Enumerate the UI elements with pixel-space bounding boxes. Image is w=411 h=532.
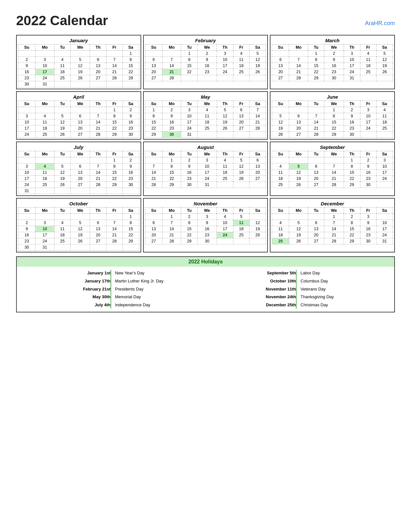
calendar-day: 15 [106,170,122,176]
calendar-day: 22 [145,125,162,132]
calendar-day: 6 [145,57,162,63]
calendar-day: 17 [35,232,54,238]
calendar-day: 2 [360,157,376,163]
calendar-day: 28 [289,75,308,81]
calendar-day: 3 [18,163,35,170]
calendar-day: 2 [181,214,197,220]
calendar-day: 23 [122,176,139,182]
calendar-table: SuMoTuWeThFrSa12345678910111213141516171… [145,207,266,244]
calendar-day: 22 [324,125,344,132]
calendar-day [217,182,233,188]
holidays-body: January 1stJanuary 17thFebruary 21stMay … [17,267,394,312]
holiday-name: Christmas Day [300,302,388,309]
calendar-day [122,188,139,194]
month-title: December [272,200,393,207]
calendar-day: 15 [162,170,181,176]
calendar-day: 9 [360,163,376,170]
calendar-day: 16 [197,63,217,69]
calendar-day: 8 [122,57,139,63]
calendar-day: 14 [324,170,344,176]
day-header: Mo [35,208,54,214]
calendar-table: SuMoTuWeThFrSa12345678910111213141516171… [18,207,139,251]
day-header: Su [145,101,162,107]
calendar-day: 5 [233,214,249,220]
week-row: 21222324252627 [145,176,266,182]
calendar-day: 3 [360,214,376,220]
calendar-day: 25 [35,182,54,188]
holiday-date: January 1st [23,270,111,277]
calendar-day: 4 [35,163,54,170]
calendar-day [54,244,70,251]
calendar-day: 17 [197,170,217,176]
calendar-day [376,182,393,188]
calendar-day: 12 [250,57,266,63]
calendar-day: 11 [233,220,249,226]
calendar-day: 4 [233,51,249,57]
calendar-day: 27 [233,125,249,132]
calendar-day: 21 [162,232,181,238]
day-header: Sa [250,44,266,51]
calendar-day: 30 [344,132,360,138]
calendar-day: 24 [181,125,197,132]
week-row: 19202122232425 [272,125,393,132]
calendar-day [250,238,266,244]
calendar-table: SuMoTuWeThFrSa12345678910111213141516171… [145,44,266,81]
week-row: 123 [272,157,393,163]
calendar-day: 2 [122,107,139,113]
week-row: 891011121314 [145,113,266,119]
calendar-day [272,107,289,113]
calendar-day: 7 [106,57,122,63]
calendar-day: 15 [106,119,122,125]
calendar-day: 5 [54,113,70,119]
calendar-day: 21 [162,69,181,75]
calendar-day: 13 [145,63,162,69]
calendar-day: 22 [181,69,197,75]
calendar-day: 24 [35,75,54,81]
calendar-day: 27 [145,238,162,244]
week-row: 12345 [272,51,393,57]
week-row: 27282930 [145,238,266,244]
calendar-day: 1 [324,107,344,113]
calendar-day: 11 [54,226,70,232]
calendar-day [250,132,266,138]
calendar-day: 10 [35,63,54,69]
calendar-day [197,75,217,81]
calendar-day: 19 [250,226,266,232]
website-link[interactable]: AraHR.com [365,20,395,27]
calendar-day [35,107,54,113]
calendar-day: 28 [162,75,181,81]
day-header: Mo [162,208,181,214]
calendar-day: 12 [289,170,308,176]
calendar-day: 31 [181,132,197,138]
calendar-day: 7 [162,57,181,63]
calendar-day: 2 [181,157,197,163]
calendar-day: 31 [35,81,54,87]
calendar-day: 27 [145,75,162,81]
calendar-day: 8 [344,220,360,226]
holiday-name: Martin Luther King Jr. Day [115,278,202,285]
calendar-day: 8 [162,163,181,170]
calendar-day: 4 [54,220,70,226]
holiday-date: January 17th [23,278,111,285]
calendar-table: SuMoTuWeThFrSa12345678910111213141516171… [272,101,393,138]
day-header: Su [272,101,289,107]
calendar-day: 31 [35,244,54,251]
calendar-day: 29 [145,132,162,138]
week-row: 10111213141516 [18,170,139,176]
calendar-day: 14 [162,63,181,69]
calendar-day: 22 [122,232,139,238]
calendar-day: 15 [344,226,360,232]
calendar-day: 28 [250,125,266,132]
page-header: 2022 Calendar AraHR.com [16,13,395,28]
calendar-day [106,214,122,220]
calendar-day [54,51,70,57]
day-header: Sa [376,208,393,214]
day-header: Su [145,44,162,51]
calendar-day: 29 [122,75,139,81]
day-header: Mo [162,44,181,51]
calendar-day: 17 [181,119,197,125]
calendar-day: 21 [308,125,324,132]
calendar-day: 5 [289,163,308,170]
calendar-day: 29 [106,132,122,138]
calendar-day: 18 [54,69,70,75]
